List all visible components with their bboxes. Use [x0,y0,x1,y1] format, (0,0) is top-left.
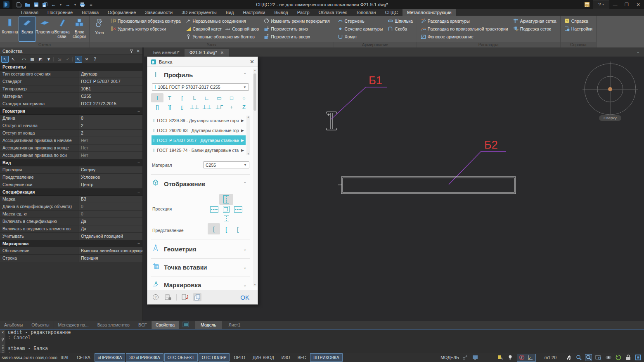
isolate-objects-icon[interactable] [519,354,526,361]
copy-properties-icon[interactable] [193,293,201,301]
profile-shape-button[interactable]: □ [225,93,238,102]
ribbon-button[interactable]: Сварной шов [223,25,260,33]
ribbon-tab[interactable]: Облака точек [314,9,352,16]
ribbon-button[interactable]: Неразъемные соединения [184,17,248,25]
projection-front-button[interactable] [221,205,231,213]
document-tab[interactable]: Без имени0* [148,49,185,57]
ribbon-button[interactable]: Подрезка сеток [511,25,553,33]
collapse-icon[interactable]: − [137,64,140,69]
ribbon-button[interactable]: Произвольная обрезка контура [109,17,182,25]
collapse-icon[interactable]: − [137,189,140,194]
pin-icon[interactable] [130,49,133,54]
document-tab[interactable]: Ф21.9-1.dwg*✕ [185,49,229,57]
ribbon-big-button[interactable]: Вставка сваи [53,17,71,42]
dialog-title-bar[interactable]: Балка ✕ [147,57,258,67]
expand-chevron-icon[interactable]: ⌄ [243,246,247,252]
status-toggle[interactable]: ОТС-ПОЛЯР [199,353,230,362]
select-icon[interactable]: ↖ [9,56,17,63]
help-icon[interactable]: ? [598,2,601,7]
ribbon-tab[interactable]: Вставка [77,9,103,16]
projection-top-button[interactable] [219,194,233,205]
ribbon-tab[interactable]: Главная [17,9,43,16]
profile-shape-button[interactable]: ○ [238,93,250,102]
ribbon-button[interactable]: Переместить вверх [262,33,312,40]
highlight-objects-icon[interactable] [497,354,504,361]
ribbon-button[interactable]: Раскладка арматуры [419,17,471,25]
dialog-close-icon[interactable]: ✕ [250,59,254,65]
ribbon-button[interactable]: ?Справка [563,17,590,25]
layout-list-icon[interactable] [182,322,189,329]
ribbon-button[interactable]: Фоновое армирование [419,33,475,40]
profile-shape-button[interactable]: ∟ [201,93,213,102]
representation-full-button[interactable]: [ [208,223,220,234]
property-row[interactable]: УчитыватьОтдельной позицией [0,233,142,240]
profile-shape-button[interactable]: [ [176,93,188,102]
regen-icon[interactable] [615,354,622,361]
property-row[interactable]: Ассоциативная привязка в концеНет [0,144,142,152]
ribbon-button[interactable]: Скоба [386,25,409,33]
ribbon-button[interactable]: Арматурная сетка [511,17,558,25]
print-icon[interactable] [79,2,85,8]
ribbon-tab[interactable]: Вид [221,9,239,16]
profile-shape-button[interactable]: ⊥⊥ [201,102,213,111]
insert-point-section-header[interactable]: Точка вставки ⌄ [152,262,247,272]
ribbon-tab[interactable]: Металлоконструкции [402,9,456,16]
ribbon-tab[interactable]: 3D-инструменты [177,9,221,16]
property-row[interactable]: Масса ед, кг0 [0,211,142,218]
status-toggle[interactable]: ВЕС [294,353,310,362]
ribbon-big-button[interactable]: 123Узел [91,17,108,42]
dropdown-caret-icon[interactable]: ▼ [243,85,246,89]
representation-conditional-button[interactable]: [ [222,225,230,233]
redo-icon[interactable]: → [65,2,71,8]
customize-qat-icon[interactable]: ≡ [88,2,94,8]
profile-shape-button[interactable]: + [225,102,238,111]
model-space-label[interactable]: МОДЕЛЬ [440,355,459,360]
ribbon-button[interactable]: Сечение арматуры [336,25,385,33]
property-row[interactable]: Длина0 [0,115,142,122]
ribbon-tab[interactable]: Оформление [103,9,140,16]
brightness-icon[interactable] [507,354,514,361]
apply-select-icon[interactable]: ✓ [64,56,71,63]
save-all-icon[interactable] [42,2,48,8]
property-row[interactable]: ПредставлениеУсловное [0,174,142,181]
help-icon[interactable]: ? [91,56,99,63]
crossing-select-icon[interactable]: ▩ [28,56,36,63]
projection-left-button[interactable] [209,205,219,213]
help-dropdown-icon[interactable]: ▾ [602,3,604,6]
save-icon[interactable] [33,2,39,8]
ribbon-tab[interactable]: Вывод [270,9,292,16]
layout-tab[interactable]: Лист1 [223,321,246,329]
status-toggle[interactable]: ДИН-ВВОД [249,353,277,362]
dialog-scrollbar[interactable]: ▲ ▼ [253,69,257,286]
insert-from-object-icon[interactable] [181,293,189,301]
pan-icon[interactable] [565,354,572,361]
property-row[interactable]: Длина в спецификации(с объекта)0 [0,203,142,211]
ribbon-button[interactable]: Удалить контур обрезки [109,25,168,33]
panel-tab[interactable]: Альбомы [0,321,27,329]
status-toggle[interactable]: ШТРИХОВКА [310,353,342,362]
property-group-header[interactable]: Вид− [0,159,142,166]
group-select-icon[interactable]: ⇲ [56,56,63,63]
close-button[interactable]: ✕ [632,0,644,9]
command-history[interactable]: uedit - редактирование: Cancel stbeam - … [5,330,644,353]
viewport-lock-icon[interactable] [625,354,632,361]
cursor-select-icon[interactable]: ↖ [75,56,82,63]
close-tab-icon[interactable]: ✕ [220,49,224,57]
ribbon-tab[interactable]: Зависимости [140,9,177,16]
standard-list-item[interactable]: ⅠГОСТ Р 57837-2017 - Двутавры стальные▶ [152,135,246,145]
display-section-header[interactable]: Отображение ⌃ [152,178,247,189]
property-row[interactable]: Ассоциативная привязка по осиНет [0,152,142,159]
ucs-icon[interactable] [527,354,534,361]
profile-shape-button[interactable]: Т [163,93,176,102]
app-logo-icon[interactable] [0,0,12,9]
dropdown-caret-icon[interactable]: ▼ [244,163,247,167]
expand-chevron-icon[interactable]: ⌄ [243,282,247,288]
property-row[interactable]: СтрокаПозиция [0,255,142,262]
ribbon-tab[interactable]: СПДС [381,9,402,16]
profile-shape-button[interactable]: ⊥⊥ [188,102,201,111]
zoom-realtime-icon[interactable] [585,354,592,361]
ribbon-big-button[interactable]: Блок сборки [71,17,88,42]
undo-dropdown-icon[interactable]: ▾ [59,2,62,8]
window-select-icon[interactable]: ▭ [20,56,28,63]
pin-icon[interactable] [1,336,4,343]
